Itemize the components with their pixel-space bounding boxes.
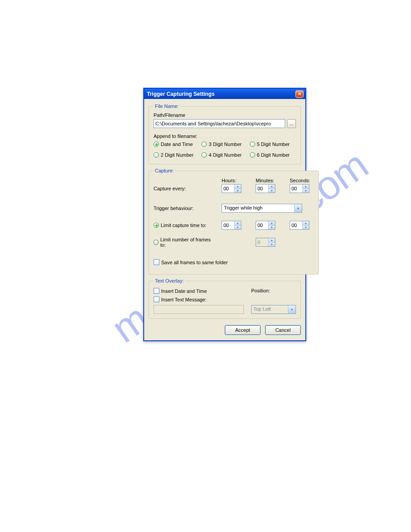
capture-legend: Capture: bbox=[154, 168, 175, 173]
close-icon: ✕ bbox=[298, 92, 301, 96]
combo-value: Trigger while high bbox=[222, 204, 294, 212]
chevron-up-icon[interactable]: ▲ bbox=[303, 221, 309, 226]
capture-seconds-spinner[interactable]: 00 ▲▼ bbox=[290, 184, 309, 193]
dialog-title: Trigger Capturing Settings bbox=[147, 91, 295, 97]
chevron-down-icon[interactable]: ▼ bbox=[303, 226, 309, 230]
radio-icon bbox=[250, 152, 255, 158]
dialog-window: Trigger Capturing Settings ✕ File Name: … bbox=[143, 88, 306, 341]
chevron-up-icon[interactable]: ▲ bbox=[269, 184, 275, 189]
file-name-group: File Name: Path/Filename ... Append to f… bbox=[149, 103, 301, 164]
chevron-up-icon[interactable]: ▲ bbox=[303, 184, 309, 189]
radio-date-time[interactable]: Date and Time bbox=[154, 142, 200, 147]
spinner-value: 0 bbox=[256, 238, 268, 246]
radio-label: 6 Digit Number bbox=[257, 152, 290, 158]
radio-icon bbox=[154, 223, 159, 228]
radio-icon bbox=[154, 142, 159, 147]
radio-label: 4 Digit Number bbox=[209, 152, 241, 158]
radio-icon bbox=[154, 152, 159, 158]
chevron-up-icon[interactable]: ▲ bbox=[269, 238, 275, 243]
chevron-down-icon[interactable]: ▼ bbox=[235, 189, 241, 193]
radio-4-digit[interactable]: 4 Digit Number bbox=[201, 152, 248, 158]
checkbox-icon bbox=[154, 259, 159, 265]
radio-5-digit[interactable]: 5 Digit Number bbox=[250, 142, 296, 147]
radio-label: 3 Digit Number bbox=[209, 142, 241, 147]
limit-minutes-spinner[interactable]: 00 ▲▼ bbox=[256, 221, 275, 230]
text-message-input[interactable] bbox=[154, 305, 244, 314]
radio-3-digit[interactable]: 3 Digit Number bbox=[201, 142, 248, 147]
combo-value: Top Left bbox=[252, 305, 288, 313]
chevron-down-icon[interactable]: ▼ bbox=[235, 226, 241, 230]
accept-button[interactable]: Accept bbox=[225, 325, 261, 335]
chevron-down-icon: ▼ bbox=[288, 305, 295, 313]
spinner-value: 00 bbox=[256, 184, 268, 193]
title-bar: Trigger Capturing Settings ✕ bbox=[144, 89, 305, 99]
checkbox-label: Insert Date and Time bbox=[161, 288, 207, 294]
spinner-value: 00 bbox=[290, 221, 302, 229]
spinner-value: 00 bbox=[222, 184, 234, 193]
dialog-body: File Name: Path/Filename ... Append to f… bbox=[144, 99, 305, 340]
text-overlay-group: Text Overlay: Insert Date and Time Inser… bbox=[149, 278, 301, 319]
radio-icon bbox=[201, 142, 207, 147]
chevron-down-icon[interactable]: ▼ bbox=[269, 243, 275, 247]
checkbox-label: Insert Text Message: bbox=[161, 297, 206, 302]
checkbox-save-folder[interactable]: Save all frames to same folder bbox=[154, 259, 314, 265]
path-input[interactable] bbox=[154, 119, 285, 128]
chevron-up-icon[interactable]: ▲ bbox=[235, 184, 241, 189]
capture-group: Capture: . Hours: Minutes: Seconds: Capt… bbox=[149, 168, 319, 275]
radio-limit-frames[interactable]: Limit number of frames to: bbox=[154, 237, 212, 248]
checkbox-insert-date[interactable]: Insert Date and Time bbox=[154, 288, 207, 294]
checkbox-insert-msg[interactable]: Insert Text Message: bbox=[154, 296, 207, 302]
append-label: Append to filename: bbox=[154, 133, 296, 139]
path-label: Path/Filename bbox=[154, 112, 296, 118]
trigger-behaviour-label: Trigger behaviour: bbox=[154, 206, 212, 211]
radio-2-digit[interactable]: 2 Digit Number bbox=[154, 152, 200, 158]
chevron-up-icon[interactable]: ▲ bbox=[269, 221, 275, 226]
capture-every-label: Capture every: bbox=[154, 186, 212, 191]
capture-hours-spinner[interactable]: 00 ▲▼ bbox=[222, 184, 241, 193]
chevron-up-icon[interactable]: ▲ bbox=[235, 221, 241, 226]
spinner-value: 00 bbox=[222, 221, 234, 229]
chevron-down-icon[interactable]: ▼ bbox=[269, 189, 275, 193]
position-combo[interactable]: Top Left ▼ bbox=[251, 305, 296, 314]
minutes-header: Minutes: bbox=[256, 178, 280, 183]
radio-label: Limit capture time to: bbox=[161, 223, 206, 228]
radio-label: Limit number of frames to: bbox=[160, 237, 212, 248]
limit-seconds-spinner[interactable]: 00 ▲▼ bbox=[290, 221, 309, 230]
text-overlay-legend: Text Overlay: bbox=[154, 278, 185, 283]
file-name-legend: File Name: bbox=[154, 103, 180, 109]
chevron-down-icon: ▼ bbox=[294, 204, 302, 212]
radio-icon bbox=[250, 142, 255, 147]
radio-limit-time[interactable]: Limit capture time to: bbox=[154, 223, 212, 228]
browse-button[interactable]: ... bbox=[287, 119, 296, 128]
spinner-value: 00 bbox=[256, 221, 268, 229]
chevron-down-icon[interactable]: ▼ bbox=[303, 189, 309, 193]
limit-hours-spinner[interactable]: 00 ▲▼ bbox=[222, 221, 241, 230]
limit-frames-spinner[interactable]: 0 ▲▼ bbox=[256, 238, 275, 247]
radio-icon bbox=[154, 240, 158, 245]
checkbox-label: Save all frames to same folder bbox=[161, 260, 228, 265]
radio-label: 5 Digit Number bbox=[257, 142, 290, 147]
cancel-button[interactable]: Cancel bbox=[265, 325, 301, 335]
radio-label: Date and Time bbox=[161, 142, 193, 147]
hours-header: Hours: bbox=[222, 178, 246, 183]
radio-6-digit[interactable]: 6 Digit Number bbox=[250, 152, 296, 158]
trigger-behaviour-combo[interactable]: Trigger while high ▼ bbox=[222, 204, 302, 213]
radio-label: 2 Digit Number bbox=[161, 152, 193, 158]
spinner-value: 00 bbox=[290, 184, 302, 193]
seconds-header: Seconds: bbox=[290, 178, 314, 183]
chevron-down-icon[interactable]: ▼ bbox=[269, 226, 275, 230]
close-button[interactable]: ✕ bbox=[295, 90, 304, 98]
checkbox-icon bbox=[154, 296, 159, 302]
capture-minutes-spinner[interactable]: 00 ▲▼ bbox=[256, 184, 275, 193]
radio-icon bbox=[201, 152, 207, 158]
checkbox-icon bbox=[154, 288, 159, 294]
position-label: Position: bbox=[251, 288, 296, 293]
